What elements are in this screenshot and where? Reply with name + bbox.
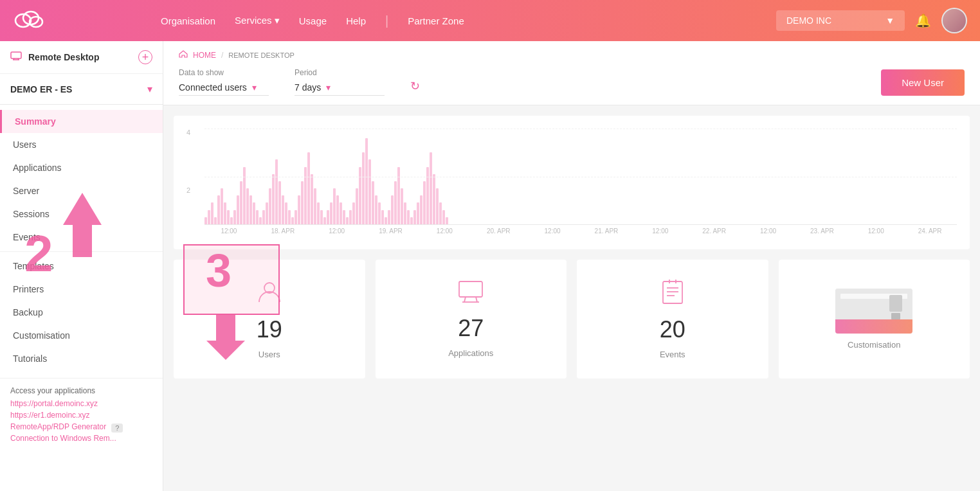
org-name: DEMO INC xyxy=(786,15,831,26)
chart-plot xyxy=(204,129,957,225)
chart-x-labels: 12:0018. APR12:0019. APR12:0020. APR12:0… xyxy=(202,228,957,235)
sidebar-item-server[interactable]: Server xyxy=(0,179,163,202)
chart-baseline xyxy=(204,224,957,225)
chart-bar xyxy=(317,202,320,224)
nav-partner-zone[interactable]: Partner Zone xyxy=(408,15,464,26)
chart-bar xyxy=(285,202,287,224)
sidebar-item-applications[interactable]: Applications xyxy=(0,156,163,179)
chart-bar xyxy=(211,202,213,224)
chevron-down-icon: ▾ xyxy=(147,83,152,95)
connection-link[interactable]: Connection to Windows Rem... xyxy=(10,434,152,443)
new-user-button[interactable]: New User xyxy=(881,69,965,96)
bell-icon[interactable]: 🔔 xyxy=(915,13,931,28)
sidebar-links: Access your applications https://portal.… xyxy=(0,378,163,453)
org-selector[interactable]: DEMO INC ▼ xyxy=(776,10,905,31)
nav-organisation[interactable]: Organisation xyxy=(161,15,215,26)
chart-bar xyxy=(323,217,326,224)
sidebar-item-customisation[interactable]: Customisation xyxy=(0,324,163,347)
sidebar-item-printers[interactable]: Printers xyxy=(0,278,163,301)
portal-link[interactable]: https://portal.demoinc.xyz xyxy=(10,399,152,408)
breadcrumb-separator: / xyxy=(221,51,223,60)
chevron-down-icon: ▾ xyxy=(326,82,331,93)
chart-bar xyxy=(288,210,291,224)
chart-bar xyxy=(407,210,410,224)
nav-help[interactable]: Help xyxy=(346,15,366,26)
chart-bar xyxy=(320,210,323,224)
chart-bar xyxy=(272,174,275,224)
chart-bar xyxy=(208,210,210,224)
help-button[interactable]: ? xyxy=(111,424,123,433)
chart-bar xyxy=(230,217,233,224)
chart-bar xyxy=(359,167,361,224)
sidebar-navigation: Summary Users Applications Server Sessio… xyxy=(0,105,163,375)
chart-bar xyxy=(224,202,226,224)
users-card: 19 Users xyxy=(174,260,365,379)
sidebar-item-backup[interactable]: Backup xyxy=(0,301,163,324)
events-icon xyxy=(662,279,684,310)
events-count: 20 xyxy=(660,316,685,343)
customisation-card: Customisation xyxy=(779,260,970,379)
grid-line-top xyxy=(204,129,957,129)
events-label: Events xyxy=(660,350,685,359)
service-header: Remote Desktop + xyxy=(0,41,163,74)
er1-link[interactable]: https://er1.demoinc.xyz xyxy=(10,411,152,420)
sidebar-item-tutorials[interactable]: Tutorials xyxy=(0,347,163,370)
period-group: Period 7 days ▾ xyxy=(295,68,385,96)
nav-services[interactable]: Services xyxy=(235,15,280,26)
chevron-down-icon: ▾ xyxy=(252,82,257,93)
logo-area xyxy=(13,8,141,33)
avatar[interactable] xyxy=(941,8,967,33)
sidebar-divider xyxy=(0,251,163,252)
refresh-button[interactable]: ↻ xyxy=(410,79,420,93)
access-apps-label: Access your applications xyxy=(10,386,152,395)
chart-bar xyxy=(278,181,281,224)
sidebar-org-name: DEMO ER - ES xyxy=(10,84,72,94)
chart-bar xyxy=(304,167,307,224)
chart-bar xyxy=(217,195,220,224)
chart-bar xyxy=(394,181,397,224)
sidebar-item-sessions[interactable]: Sessions xyxy=(0,202,163,226)
chart-bar xyxy=(446,217,448,224)
svg-rect-8 xyxy=(459,281,482,297)
chart-bar xyxy=(343,210,345,224)
nav-divider: | xyxy=(385,13,388,28)
x-label: 21. APR xyxy=(579,228,633,235)
breadcrumb: HOME / REMOTE DESKTOP xyxy=(179,50,965,60)
breadcrumb-home[interactable]: HOME xyxy=(193,51,216,60)
nav-usage[interactable]: Usage xyxy=(299,15,327,26)
sidebar-item-events[interactable]: Events xyxy=(0,226,163,249)
users-count: 19 xyxy=(257,316,282,343)
chart-bar xyxy=(356,188,358,224)
period-label: Period xyxy=(295,68,385,77)
chart-bar xyxy=(375,195,377,224)
period-value: 7 days xyxy=(295,82,321,93)
chart-bar xyxy=(330,202,332,224)
breadcrumb-icon xyxy=(179,50,188,60)
x-label: 18. APR xyxy=(256,228,310,235)
add-service-button[interactable]: + xyxy=(138,50,152,64)
chart-bar xyxy=(346,217,349,224)
applications-icon xyxy=(458,280,484,308)
period-select[interactable]: 7 days ▾ xyxy=(295,80,385,96)
org-selector-sidebar[interactable]: DEMO ER - ES ▾ xyxy=(0,74,163,105)
applications-count: 27 xyxy=(458,315,484,342)
x-label: 24. APR xyxy=(903,228,957,235)
rdp-generator-link[interactable]: RemoteApp/RDP Generator xyxy=(10,422,106,431)
data-to-show-group: Data to show Connected users ▾ xyxy=(179,68,269,96)
chart-bar xyxy=(420,195,422,224)
x-label: 22. APR xyxy=(687,228,741,235)
chart-bar xyxy=(237,195,239,224)
x-label: 23. APR xyxy=(795,228,849,235)
applications-label: Applications xyxy=(448,348,493,358)
remote-desktop-icon xyxy=(10,51,22,63)
sidebar-item-users[interactable]: Users xyxy=(0,133,163,156)
chart-bar xyxy=(417,202,419,224)
sidebar-item-summary[interactable]: Summary xyxy=(0,110,163,133)
data-to-show-select[interactable]: Connected users ▾ xyxy=(179,80,269,96)
chart-bar xyxy=(204,217,207,224)
chart-bar xyxy=(262,210,265,224)
logo-icon[interactable] xyxy=(13,8,44,33)
chart-bar xyxy=(275,159,278,224)
sidebar-item-templates[interactable]: Templates xyxy=(0,254,163,278)
chart-bar xyxy=(214,217,217,224)
